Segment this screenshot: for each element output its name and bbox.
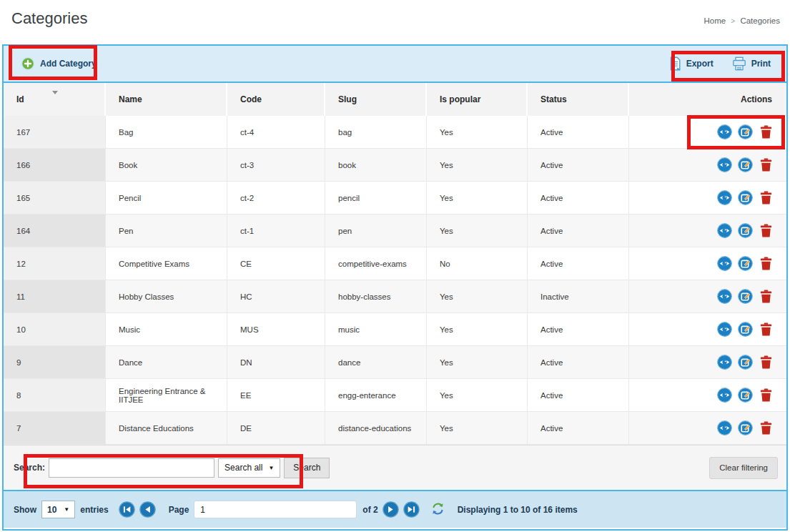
add-category-button[interactable]: Add Category xyxy=(21,56,97,71)
delete-button[interactable] xyxy=(759,190,774,205)
refresh-button[interactable] xyxy=(431,502,445,518)
table-header: Id Name Code Slug Is popular Status Acti… xyxy=(4,83,786,116)
view-button[interactable] xyxy=(717,256,732,271)
entries-label: entries xyxy=(80,505,108,515)
view-button[interactable] xyxy=(717,157,732,172)
breadcrumb-home-link[interactable]: Home xyxy=(703,16,726,25)
cell-is-popular: Yes xyxy=(427,215,528,247)
cell-slug: book xyxy=(325,149,427,182)
view-button[interactable] xyxy=(717,322,732,337)
edit-icon xyxy=(738,256,753,271)
header-label-slug: Slug xyxy=(338,94,357,104)
header-cell-name[interactable]: Name xyxy=(106,83,227,116)
view-button[interactable] xyxy=(717,124,732,139)
header-cell-status[interactable]: Status xyxy=(528,83,629,116)
edit-button[interactable] xyxy=(738,355,753,370)
trash-icon xyxy=(760,191,772,205)
cell-id: 9 xyxy=(4,346,106,379)
cell-status: Active xyxy=(528,149,629,182)
view-button[interactable] xyxy=(717,223,732,238)
delete-button[interactable] xyxy=(759,223,774,238)
show-label: Show xyxy=(14,505,36,515)
page-title: Categories xyxy=(11,9,87,28)
cell-status: Active xyxy=(528,313,629,346)
breadcrumb: Home > Categories xyxy=(703,16,780,25)
view-button[interactable] xyxy=(717,355,732,370)
cell-name: Distance Educations xyxy=(106,412,227,445)
export-label: Export xyxy=(686,59,714,69)
edit-button[interactable] xyxy=(738,256,753,271)
page-input[interactable] xyxy=(194,501,357,518)
delete-button[interactable] xyxy=(759,124,774,139)
cell-slug: hobby-classes xyxy=(325,280,427,313)
export-button[interactable]: Export xyxy=(669,56,714,71)
cell-actions xyxy=(629,116,786,149)
trash-icon xyxy=(760,322,772,336)
trash-icon xyxy=(760,125,772,139)
cell-code: MUS xyxy=(227,313,325,346)
edit-icon xyxy=(738,223,753,238)
clear-filtering-button[interactable]: Clear filtering xyxy=(709,457,778,479)
delete-button[interactable] xyxy=(759,355,774,370)
edit-button[interactable] xyxy=(738,124,753,139)
view-button[interactable] xyxy=(717,190,732,205)
view-button[interactable] xyxy=(717,289,732,304)
entries-select[interactable]: 10 ▼ xyxy=(41,501,75,518)
cell-code: EE xyxy=(227,379,325,412)
last-page-button[interactable] xyxy=(403,501,420,518)
delete-button[interactable] xyxy=(759,289,774,304)
trash-icon xyxy=(760,355,772,369)
header-cell-is-popular[interactable]: Is popular xyxy=(427,83,528,116)
next-page-button[interactable] xyxy=(382,501,399,518)
cell-name: Pencil xyxy=(106,182,227,215)
cell-is-popular: Yes xyxy=(427,149,528,182)
delete-button[interactable] xyxy=(759,157,774,172)
cell-name: Hobby Classes xyxy=(106,280,227,313)
eye-icon xyxy=(717,420,732,435)
print-button[interactable]: Print xyxy=(732,56,771,71)
search-input[interactable] xyxy=(49,458,214,478)
search-scope-select[interactable]: Search all ▼ xyxy=(218,458,280,478)
table-row: 167 Bag ct-4 bag Yes Active xyxy=(4,116,786,149)
cell-slug: competitive-exams xyxy=(325,247,427,280)
table-row: 12 Competitive Exams CE competitive-exam… xyxy=(4,247,786,280)
delete-button[interactable] xyxy=(759,256,774,271)
edit-icon xyxy=(738,289,753,304)
eye-icon xyxy=(717,157,732,172)
header-cell-id[interactable]: Id xyxy=(4,83,106,116)
delete-button[interactable] xyxy=(759,388,774,403)
toolbar: Add Category Export xyxy=(4,46,786,83)
edit-icon xyxy=(738,190,753,205)
cell-status: Active xyxy=(528,412,629,445)
cell-name: Book xyxy=(106,149,227,182)
cell-slug: pencil xyxy=(325,182,427,215)
cell-name: Engineering Entrance & IITJEE xyxy=(106,379,227,412)
search-button[interactable]: Search xyxy=(284,458,330,478)
header-cell-code[interactable]: Code xyxy=(227,83,325,116)
delete-button[interactable] xyxy=(759,420,774,435)
header-label-actions: Actions xyxy=(741,94,772,104)
page-header: Categories Home > Categories xyxy=(0,0,790,44)
first-page-button[interactable] xyxy=(119,501,135,518)
sort-desc-icon xyxy=(52,91,58,94)
view-button[interactable] xyxy=(717,388,732,403)
delete-button[interactable] xyxy=(759,322,774,337)
edit-button[interactable] xyxy=(738,223,753,238)
prev-page-button[interactable] xyxy=(139,501,156,518)
view-button[interactable] xyxy=(717,420,732,435)
cell-id: 7 xyxy=(4,412,106,445)
cell-is-popular: Yes xyxy=(427,379,528,412)
cell-is-popular: Yes xyxy=(427,182,528,215)
edit-button[interactable] xyxy=(738,289,753,304)
header-cell-slug[interactable]: Slug xyxy=(325,83,427,116)
edit-button[interactable] xyxy=(738,388,753,403)
edit-button[interactable] xyxy=(738,322,753,337)
cell-actions xyxy=(629,247,786,280)
edit-button[interactable] xyxy=(738,190,753,205)
edit-button[interactable] xyxy=(738,157,753,172)
print-label: Print xyxy=(751,59,771,69)
table-row: 9 Dance DN dance Yes Active xyxy=(4,346,786,379)
cell-slug: bag xyxy=(325,116,427,149)
edit-button[interactable] xyxy=(738,420,753,435)
header-label-status: Status xyxy=(540,94,567,104)
